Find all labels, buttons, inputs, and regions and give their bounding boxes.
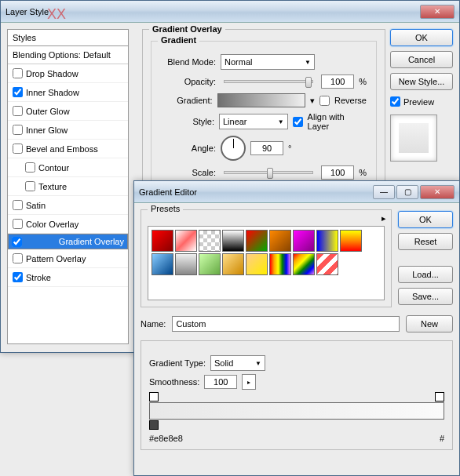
preset-swatch[interactable] — [316, 230, 338, 252]
style-checkbox[interactable] — [13, 144, 23, 154]
style-item[interactable]: Outer Glow — [8, 102, 128, 121]
style-label: Inner Shadow — [26, 88, 79, 97]
presets-label: Presets — [148, 204, 183, 213]
align-checkbox[interactable] — [293, 117, 303, 127]
style-label: Gradient Overlay — [59, 237, 124, 246]
style-label: Contour — [38, 163, 69, 173]
inner-label: Gradient — [158, 35, 199, 45]
style-item[interactable]: Pattern Overlay — [8, 249, 128, 268]
style-checkbox[interactable] — [13, 68, 23, 78]
preset-swatch[interactable] — [269, 253, 291, 275]
style-item[interactable]: Contour — [8, 158, 128, 177]
presets-area[interactable] — [148, 226, 385, 300]
cancel-button[interactable]: Cancel — [390, 51, 453, 68]
preset-swatch[interactable] — [175, 253, 197, 275]
blending-options-row[interactable]: Blending Options: Default — [8, 46, 128, 64]
ok-button[interactable]: OK — [398, 211, 453, 228]
style-checkbox[interactable] — [13, 87, 23, 97]
preset-swatch[interactable] — [199, 230, 221, 252]
preset-swatch[interactable] — [269, 230, 291, 252]
gradient-swatch[interactable] — [217, 93, 305, 107]
style-checkbox[interactable] — [13, 200, 23, 210]
smoothness-label: Smoothness: — [149, 377, 199, 387]
ok-button[interactable]: OK — [390, 29, 453, 46]
reverse-checkbox[interactable] — [319, 96, 330, 106]
preview-box — [390, 114, 437, 162]
style-label: Color Overlay — [26, 220, 78, 229]
opacity-stop-right[interactable] — [435, 392, 444, 402]
window-title: Gradient Editor — [139, 187, 371, 197]
name-label: Name: — [141, 319, 166, 329]
preset-swatch[interactable] — [199, 253, 221, 275]
preset-swatch[interactable] — [175, 230, 197, 252]
new-style-button[interactable]: New Style... — [390, 73, 453, 90]
reset-button[interactable]: Reset — [398, 233, 453, 250]
save-button[interactable]: Save... — [398, 288, 453, 305]
blend-mode-select[interactable]: Normal▼ — [221, 54, 315, 70]
presets-menu-icon[interactable]: ▸ — [382, 213, 386, 223]
name-input[interactable] — [172, 316, 400, 332]
style-item[interactable]: Color Overlay — [8, 215, 128, 234]
preset-swatch[interactable] — [152, 230, 173, 252]
preset-swatch[interactable] — [340, 230, 362, 252]
preview-checkbox[interactable] — [390, 96, 400, 107]
style-checkbox[interactable] — [13, 106, 23, 116]
opacity-label: Opacity: — [161, 77, 216, 86]
preset-swatch[interactable] — [222, 253, 244, 275]
preset-swatch[interactable] — [222, 230, 244, 252]
preset-swatch[interactable] — [246, 230, 268, 252]
style-checkbox[interactable] — [25, 181, 35, 191]
preset-swatch[interactable] — [246, 253, 268, 275]
style-label: Inner Glow — [26, 125, 68, 135]
style-checkbox[interactable] — [25, 162, 35, 173]
opacity-stop-left[interactable] — [149, 392, 159, 402]
style-item[interactable]: Gradient Overlay — [8, 234, 128, 249]
scale-slider[interactable] — [224, 171, 313, 174]
scale-label: Scale: — [161, 168, 216, 177]
chevron-down-icon[interactable]: ▾ — [310, 96, 315, 106]
titlebar[interactable]: Gradient Editor — ▢ ✕ — [134, 181, 459, 203]
style-checkbox[interactable] — [13, 219, 23, 229]
gradient-type-label: Gradient Type: — [149, 358, 206, 368]
color-stop-left[interactable] — [149, 420, 159, 430]
hex-left: #e8e8e8 — [149, 434, 183, 443]
close-icon[interactable]: ✕ — [420, 185, 455, 199]
style-label: Bevel and Emboss — [26, 144, 98, 154]
scale-input[interactable]: 100 — [321, 165, 354, 180]
angle-dial[interactable] — [221, 136, 246, 161]
gradient-bar[interactable] — [149, 402, 444, 420]
style-item[interactable]: Texture — [8, 177, 128, 196]
style-checkbox[interactable] — [13, 253, 23, 263]
angle-input[interactable]: 90 — [250, 141, 283, 155]
opacity-slider[interactable] — [224, 80, 313, 83]
gradient-type-select[interactable]: Solid▼ — [210, 355, 265, 371]
preset-swatch[interactable] — [316, 253, 338, 275]
style-checkbox[interactable] — [13, 272, 23, 282]
opacity-input[interactable]: 100 — [321, 74, 354, 89]
close-icon[interactable]: ✕ — [420, 5, 455, 19]
chevron-down-icon: ▼ — [255, 360, 261, 367]
style-item[interactable]: Bevel and Emboss — [8, 140, 128, 158]
new-button[interactable]: New — [406, 315, 453, 332]
maximize-icon[interactable]: ▢ — [396, 185, 418, 199]
smoothness-menu[interactable]: ▸ — [242, 374, 256, 390]
minimize-icon[interactable]: — — [373, 185, 395, 199]
style-item[interactable]: Satin — [8, 196, 128, 215]
style-item[interactable]: Inner Shadow — [8, 83, 128, 102]
style-checkbox[interactable] — [13, 125, 23, 135]
smoothness-input[interactable]: 100 — [204, 375, 237, 389]
load-button[interactable]: Load... — [398, 266, 453, 283]
style-item[interactable]: Drop Shadow — [8, 64, 128, 83]
preset-swatch[interactable] — [293, 230, 315, 252]
style-item[interactable]: Inner Glow — [8, 121, 128, 140]
style-label: Pattern Overlay — [26, 254, 86, 263]
gradient-label: Gradient: — [161, 96, 213, 105]
style-select[interactable]: Linear▼ — [219, 114, 288, 129]
titlebar[interactable]: Layer Style ✕ — [1, 1, 459, 23]
preset-swatch[interactable] — [293, 253, 315, 275]
preset-swatch[interactable] — [152, 253, 173, 275]
style-item[interactable]: Stroke — [8, 268, 128, 287]
style-checkbox[interactable] — [12, 237, 22, 247]
style-label: Satin — [26, 201, 46, 210]
gradient-inner-group: Gradient Blend Mode: Normal▼ Opacity: 10… — [151, 41, 377, 193]
